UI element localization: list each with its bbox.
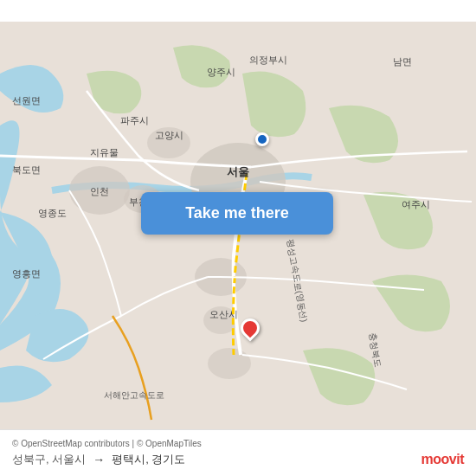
destination-marker [241, 318, 260, 338]
svg-text:서해안고속도로: 서해안고속도로 [104, 390, 164, 400]
take-me-there-button[interactable]: Take me there [141, 192, 333, 235]
map-svg: 파주시 양주시 의정부시 남면 선원면 고양시 지유물 서울 북도면 영종도 인… [0, 0, 476, 476]
svg-text:영종도: 영종도 [38, 208, 67, 218]
bottom-bar: © OpenStreetMap contributors | © OpenMap… [0, 429, 476, 476]
origin-text: 성북구, 서울시 [12, 452, 86, 467]
button-label: Take me there [185, 204, 289, 222]
svg-text:북도면: 북도면 [12, 164, 41, 175]
svg-text:파주시: 파주시 [120, 115, 149, 125]
svg-text:양주시: 양주시 [207, 67, 235, 77]
svg-text:오산시: 오산시 [209, 309, 238, 319]
svg-text:인천: 인천 [90, 186, 109, 196]
svg-text:여주시: 여주시 [402, 199, 430, 209]
svg-text:영흥면: 영흥면 [12, 268, 41, 279]
arrow-icon: → [93, 453, 105, 466]
svg-text:남면: 남면 [393, 56, 412, 67]
svg-point-5 [208, 348, 251, 379]
svg-text:의정부시: 의정부시 [249, 55, 287, 65]
svg-text:지유물: 지유물 [90, 147, 119, 158]
map-container: 파주시 양주시 의정부시 남면 선원면 고양시 지유물 서울 북도면 영종도 인… [0, 0, 476, 476]
origin-marker [255, 132, 269, 146]
moovit-logo: moovit [421, 452, 464, 467]
route-info: 성북구, 서울시 → 평택시, 경기도 [12, 452, 464, 467]
attribution-text: © OpenStreetMap contributors | © OpenMap… [12, 439, 464, 448]
svg-text:선원면: 선원면 [12, 95, 41, 106]
svg-text:고양시: 고양시 [155, 130, 183, 140]
destination-text: 평택시, 경기도 [112, 452, 185, 467]
svg-text:서울: 서울 [227, 165, 249, 178]
